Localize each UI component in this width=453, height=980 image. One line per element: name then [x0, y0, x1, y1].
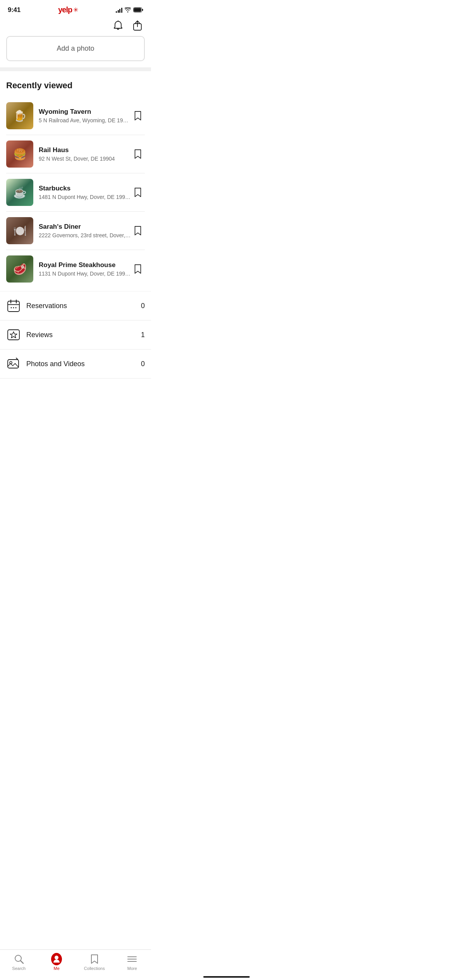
yelp-wordmark: yelp	[58, 5, 72, 14]
business-thumbnail: 🍽️	[6, 217, 33, 244]
app-logo: yelp ✳	[58, 5, 78, 14]
section-divider	[0, 67, 151, 71]
bottom-sections: Reservations 0 Reviews 1	[0, 291, 151, 379]
status-time: 9:41	[8, 6, 21, 14]
add-photo-button[interactable]: Add a photo	[6, 36, 145, 61]
business-info: Starbucks 1481 N Dupont Hwy, Dover, DE 1…	[39, 185, 131, 200]
svg-rect-6	[8, 301, 19, 312]
status-bar: 9:41 yelp ✳	[0, 0, 151, 17]
svg-point-12	[15, 307, 17, 308]
bookmark-icon	[134, 264, 142, 274]
bell-icon	[113, 21, 123, 31]
photos-videos-count: 0	[141, 360, 145, 368]
list-item[interactable]: 🥩 Royal Prime Steakhouse 1131 N Dupont H…	[6, 250, 145, 288]
bookmark-button[interactable]	[131, 109, 145, 123]
bookmark-icon	[134, 187, 142, 197]
recently-viewed-section: Recently viewed 🍺 Wyoming Tavern 5 N Rai…	[0, 71, 151, 291]
business-thumbnail: 🥩	[6, 255, 33, 283]
business-address: 1481 N Dupont Hwy, Dover, DE 19901	[39, 194, 131, 200]
bookmark-button[interactable]	[131, 262, 145, 276]
bookmark-icon	[134, 111, 142, 121]
business-address: 92 N West St, Dover, DE 19904	[39, 156, 131, 162]
photos-videos-icon-wrap	[6, 356, 21, 371]
business-info: Royal Prime Steakhouse 1131 N Dupont Hwy…	[39, 261, 131, 277]
add-photo-section: Add a photo	[0, 36, 151, 67]
status-icons	[116, 7, 143, 13]
battery-icon	[133, 7, 143, 12]
bookmark-icon	[134, 149, 142, 159]
photo-icon	[7, 357, 20, 370]
thumb-emoji: ☕	[13, 186, 27, 199]
signal-icon	[116, 7, 122, 13]
business-thumbnail: 🍔	[6, 140, 33, 168]
business-address: 2222 Governors, 23rd street, Dover, DE 1…	[39, 232, 131, 238]
reservations-label: Reservations	[26, 302, 139, 310]
photos-videos-label: Photos and Videos	[26, 360, 139, 368]
thumb-emoji: 🍽️	[13, 224, 27, 237]
business-name: Rail Haus	[39, 146, 131, 154]
list-item[interactable]: 🍔 Rail Haus 92 N West St, Dover, DE 1990…	[6, 135, 145, 173]
svg-rect-1	[134, 8, 141, 12]
business-thumbnail: ☕	[6, 179, 33, 206]
wifi-icon	[125, 7, 131, 12]
business-name: Starbucks	[39, 185, 131, 192]
business-info: Rail Haus 92 N West St, Dover, DE 19904	[39, 146, 131, 162]
business-name: Wyoming Tavern	[39, 108, 131, 116]
reviews-icon-wrap	[6, 327, 21, 342]
business-name: Sarah's Diner	[39, 223, 131, 231]
calendar-icon	[7, 299, 20, 312]
business-info: Sarah's Diner 2222 Governors, 23rd stree…	[39, 223, 131, 238]
svg-point-11	[13, 307, 14, 308]
bookmark-button[interactable]	[131, 224, 145, 238]
svg-rect-13	[8, 330, 19, 340]
bookmark-icon	[134, 226, 142, 236]
svg-marker-14	[10, 332, 17, 338]
bookmark-button[interactable]	[131, 147, 145, 161]
reservations-count: 0	[141, 302, 145, 310]
reservations-icon-wrap	[6, 298, 21, 313]
business-thumbnail: 🍺	[6, 102, 33, 129]
bookmark-button[interactable]	[131, 185, 145, 199]
svg-rect-2	[142, 9, 143, 11]
recently-viewed-title: Recently viewed	[6, 81, 145, 91]
svg-point-10	[11, 307, 12, 308]
svg-rect-15	[8, 360, 19, 368]
business-address: 1131 N Dupont Hwy, Dover, DE 19901	[39, 271, 131, 277]
recently-viewed-list: 🍺 Wyoming Tavern 5 N Railroad Ave, Wyomi…	[6, 97, 145, 288]
thumb-emoji: 🥩	[13, 263, 27, 276]
list-item[interactable]: 🍽️ Sarah's Diner 2222 Governors, 23rd st…	[6, 212, 145, 250]
photos-videos-item[interactable]: Photos and Videos 0	[0, 350, 151, 379]
business-info: Wyoming Tavern 5 N Railroad Ave, Wyoming…	[39, 108, 131, 123]
business-address: 5 N Railroad Ave, Wyoming, DE 19934	[39, 117, 131, 123]
notification-button[interactable]	[112, 19, 125, 32]
thumb-emoji: 🍺	[13, 110, 27, 122]
list-item[interactable]: ☕ Starbucks 1481 N Dupont Hwy, Dover, DE…	[6, 173, 145, 212]
star-icon	[7, 328, 20, 341]
thumb-emoji: 🍔	[13, 148, 27, 161]
reviews-label: Reviews	[26, 331, 139, 339]
top-actions	[0, 17, 151, 36]
business-name: Royal Prime Steakhouse	[39, 261, 131, 269]
share-icon	[133, 21, 142, 31]
reviews-count: 1	[141, 331, 145, 339]
yelp-burst-icon: ✳	[73, 6, 78, 14]
reservations-item[interactable]: Reservations 0	[0, 291, 151, 320]
reviews-item[interactable]: Reviews 1	[0, 320, 151, 350]
list-item[interactable]: 🍺 Wyoming Tavern 5 N Railroad Ave, Wyomi…	[6, 97, 145, 135]
share-button[interactable]	[131, 19, 144, 32]
